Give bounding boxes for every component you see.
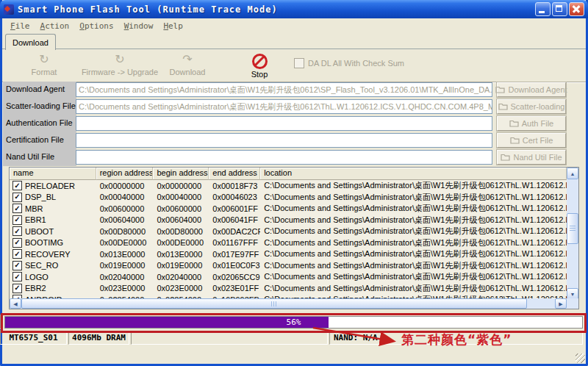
row-checkbox[interactable]: ✓ [12,261,22,270]
region-address: 0x00D80000 [96,227,154,236]
scroll-up-button[interactable]: ▲ [567,168,578,179]
location: C:\Documents and Settings\Administrator\… [260,226,567,237]
field-input-certification-file[interactable] [76,133,492,148]
location: C:\Documents and Settings\Administrator\… [260,215,567,226]
location: C:\Documents and Settings\Administrator\… [260,260,567,271]
scroll-right-button[interactable]: ▶ [555,298,567,309]
browse-button-auth-file[interactable]: Auth File [497,116,566,131]
vertical-scrollbar[interactable]: ▲ ▼ [567,168,578,300]
file-field-row: Nand Util FileNand Util File [2,150,586,165]
field-label: Certification File [6,135,75,144]
browse-button-download-agent[interactable]: Download Agent [497,82,566,97]
location: C:\Documents and Settings\Administrator\… [260,283,567,294]
partition-name: PRELOADER [25,182,75,190]
file-field-row: Authentication FileAuth File [2,116,586,131]
column-header-name[interactable]: name [10,168,96,180]
row-checkbox[interactable]: ✓ [12,193,22,202]
file-field-row: Scatter-loading FileC:\Documents and Set… [2,99,586,114]
maximize-button[interactable] [552,2,567,16]
download-button[interactable]: ↷ Download [147,52,228,76]
browse-button-nand-util-file[interactable]: Nand Util File [497,150,566,165]
row-checkbox[interactable]: ✓ [12,272,22,281]
row-checkbox[interactable]: ✓ [12,238,22,248]
table-row[interactable]: ✓EBR20x023E00000x023E00000x023E01FFC:\Do… [10,283,567,295]
app-icon [4,4,14,15]
stop-button[interactable]: Stop [219,52,300,79]
location: C:\Documents and Settings\Administrator\… [260,192,567,203]
row-checkbox[interactable]: ✓ [12,181,22,190]
file-field-row: Certification FileCert File [2,133,586,148]
row-checkbox[interactable]: ✓ [12,204,22,213]
row-checkbox[interactable]: ✓ [12,215,22,225]
table-row[interactable]: ✓DSP_BL0x000400000x000400000x00046023C:\… [10,192,567,204]
scroll-left-button[interactable]: ◀ [10,298,21,309]
progress-bar: 56% [4,316,583,329]
region-address: 0x00DE0000 [96,238,154,247]
table-row[interactable]: ✓MBR0x006000000x006000000x006001FFC:\Doc… [10,203,567,215]
column-header-region-address[interactable]: region address [96,168,154,180]
toolbar: ↻ Format ↻ Firmware -> Upgrade ↷ Downloa… [2,49,586,82]
begin-address: 0x00000000 [153,182,209,190]
table-header: nameregion addressbegin addressend addre… [10,168,567,180]
browse-button-cert-file[interactable]: Cert File [497,133,566,148]
da-dl-label: DA DL All With Check Sum [308,59,404,68]
column-header-location[interactable]: location [260,168,567,180]
table-row[interactable]: ✓BOOTIMG0x00DE00000x00DE00000x01167FFFC:… [10,237,567,249]
field-label: Scatter-loading File [6,101,75,110]
tab-row: Download [2,33,586,49]
tab-download[interactable]: Download [5,34,56,50]
menu-item-help[interactable]: Help [158,20,188,32]
partition-name: DSP_BL [25,193,56,201]
end-address: 0x00018F73 [209,182,260,190]
partition-table: nameregion addressbegin addressend addre… [9,167,579,309]
browse-button-scatter-loading[interactable]: Scatter-loading [497,99,566,114]
close-button[interactable] [569,2,584,16]
browse-button-label: Scatter-loading [511,102,565,111]
partition-name: RECOVERY [25,250,71,259]
horizontal-scroll-thumb[interactable] [21,298,527,309]
progress-percent: 56% [5,317,582,328]
field-input-download-agent[interactable]: C:\Documents and Settings\Administrator\… [76,82,492,97]
field-label: Download Agent [6,85,75,93]
end-address: 0x01167FFF [209,238,260,247]
end-address: 0x02065CC9 [209,273,260,281]
end-address: 0x006041FF [209,215,260,224]
horizontal-scrollbar[interactable]: ◀ ▶ [10,298,567,309]
table-row[interactable]: ✓UBOOT0x00D800000x00D800000x00DAC2CFC:\D… [10,226,567,237]
menu-item-window[interactable]: Window [119,20,159,32]
menu-item-options[interactable]: Options [74,20,118,32]
table-row[interactable]: ✓LOGO0x020400000x020400000x02065CC9C:\Do… [10,271,567,283]
title-bar: Smart Phone Flash Tool (Runtime Trace Mo… [0,0,588,18]
location: C:\Documents and Settings\Administrator\… [260,180,567,191]
table-row[interactable]: ✓EBR10x006040000x006040000x006041FFC:\Do… [10,215,567,226]
field-label: Nand Util File [6,152,75,161]
end-address: 0x01E0C0F3 [209,261,260,270]
table-row[interactable]: ✓PRELOADER0x000000000x000000000x00018F73… [10,180,567,192]
checkbox-icon [294,58,304,68]
stop-label: Stop [219,70,300,79]
resize-grip[interactable] [576,354,585,363]
row-checkbox[interactable]: ✓ [12,249,22,259]
column-header-end-address[interactable]: end address [209,168,260,180]
partition-name: LOGO [25,273,49,281]
field-input-authentication-file[interactable] [76,116,492,131]
menu-item-action[interactable]: Action [35,20,75,32]
field-input-scatter-loading-file[interactable]: C:\Documents and Settings\Administrator\… [76,99,492,114]
region-address: 0x02040000 [96,273,154,281]
region-address: 0x019E0000 [96,261,154,270]
location: C:\Documents and Settings\Administrator\… [260,203,567,214]
menu-item-file[interactable]: File [5,20,35,32]
field-input-nand-util-file[interactable] [76,150,492,165]
region-address: 0x00040000 [96,193,154,201]
row-checkbox[interactable]: ✓ [12,226,22,236]
column-header-begin-address[interactable]: begin address [153,168,209,180]
table-row[interactable]: ✓SEC_RO0x019E00000x019E00000x01E0C0F3C:\… [10,260,567,272]
vertical-scroll-thumb[interactable] [567,213,578,244]
location: C:\Documents and Settings\Administrator\… [260,248,567,259]
begin-address: 0x00600000 [153,204,209,213]
da-dl-checkbox[interactable]: DA DL All With Check Sum [294,58,404,68]
progress-annotation-box: 56% [1,313,587,333]
minimize-button[interactable] [535,2,551,16]
table-row[interactable]: ✓RECOVERY0x013E00000x013E00000x017E97FFC… [10,248,567,260]
row-checkbox[interactable]: ✓ [12,284,22,293]
